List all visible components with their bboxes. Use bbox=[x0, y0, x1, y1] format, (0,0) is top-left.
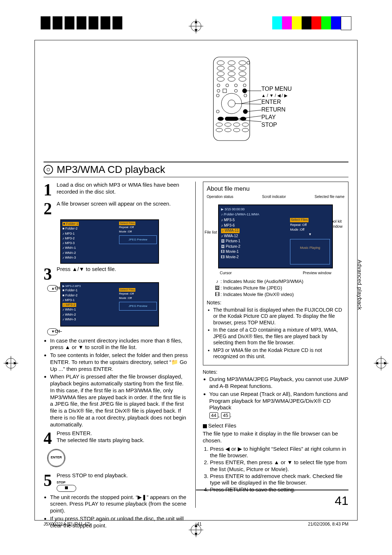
bw-bar bbox=[41, 16, 124, 29]
svg-point-32 bbox=[243, 84, 246, 87]
svg-point-21 bbox=[228, 66, 235, 70]
svg-point-16 bbox=[217, 61, 224, 65]
svg-point-47 bbox=[216, 123, 222, 126]
step-1: 1 Load a disc on which MP3 or WMA files … bbox=[44, 182, 189, 198]
page-ref: 44 bbox=[209, 412, 218, 419]
file-browser-screenshot: ▶ MP3-2.MP3 ■ Folder-1■ Folder-2♪ MP3-1♪… bbox=[60, 282, 159, 327]
file-menu-title: About file menu bbox=[207, 185, 345, 193]
svg-point-50 bbox=[242, 123, 249, 126]
registration-mark-icon bbox=[4, 356, 18, 372]
page-number: 41 bbox=[335, 494, 348, 508]
page-ref: 45 bbox=[221, 412, 230, 419]
remote-label-topmenu: TOP MENU bbox=[261, 85, 292, 93]
svg-point-53 bbox=[233, 128, 240, 132]
svg-point-23 bbox=[217, 72, 224, 76]
enter-button-icon: ENTER bbox=[47, 449, 65, 467]
file-menu-notes: The thumbnail list is displayed when the… bbox=[207, 307, 345, 360]
svg-point-39 bbox=[228, 100, 235, 107]
svg-point-25 bbox=[239, 72, 246, 76]
svg-point-54 bbox=[242, 128, 249, 132]
step-5: 5 Press STOP to end playback. STOP bbox=[44, 472, 189, 491]
svg-point-24 bbox=[228, 72, 235, 76]
svg-point-31 bbox=[234, 84, 237, 87]
step-3: 3 Press ▲/▼ to select file. bbox=[44, 266, 189, 283]
svg-point-48 bbox=[225, 123, 231, 126]
legend-movie: 🎞: Indicates Movie file (DivX® video) bbox=[214, 292, 345, 297]
svg-point-35 bbox=[234, 89, 237, 92]
svg-marker-4 bbox=[195, 29, 197, 32]
step-2: 2 A file browser screen will appear on t… bbox=[44, 200, 189, 217]
remote-label-stop: STOP bbox=[261, 121, 292, 129]
page-footer: J5X00221A [E] (P41-47) 41 21/02/2006, 8:… bbox=[44, 522, 348, 527]
svg-line-57 bbox=[235, 104, 261, 104]
svg-point-28 bbox=[239, 77, 246, 81]
remote-diagram: TOP MENU ▲ / ▼ / ◀ / ▶ ENTER RETURN PLAY… bbox=[211, 56, 338, 147]
svg-point-42 bbox=[216, 110, 219, 113]
legend-music: ♪: Indicates Music file (Audio/MP3/WMA) bbox=[214, 279, 345, 284]
ch-up-button: ▲CH+ bbox=[47, 285, 58, 292]
select-files-steps: Press ◀ or ▶ to highlight “Select Files”… bbox=[210, 446, 349, 493]
svg-point-43 bbox=[243, 109, 248, 114]
svg-rect-15 bbox=[213, 57, 250, 141]
svg-point-29 bbox=[217, 84, 220, 87]
remote-icon bbox=[211, 56, 258, 143]
remote-label-enter: ENTER bbox=[261, 98, 292, 106]
svg-point-33 bbox=[217, 89, 220, 92]
svg-marker-13 bbox=[375, 362, 378, 365]
file-menu-box: About file menu Operation status Scroll … bbox=[203, 182, 349, 365]
remote-label-return: RETURN bbox=[261, 106, 292, 114]
svg-marker-9 bbox=[14, 362, 17, 365]
stop-button-icon bbox=[57, 485, 76, 492]
svg-marker-14 bbox=[384, 362, 387, 365]
file-browser-screenshot: ■ Folder-1■ Folder-2♪ MP3-1♪ MP3-2♪ MP3-… bbox=[60, 219, 159, 264]
step-4: 4 Press ENTER. The selected file starts … bbox=[44, 430, 189, 447]
svg-point-26 bbox=[217, 77, 224, 81]
side-tab: Advanced playback bbox=[357, 260, 363, 310]
section-title: MP3/WMA CD playback bbox=[57, 164, 165, 175]
svg-point-44 bbox=[218, 117, 224, 121]
svg-point-27 bbox=[228, 77, 235, 81]
file-menu-screenshot: ▶ 3/15 00:00:00 ♪ /Folder-1/WMA-11.WMA ♪… bbox=[218, 204, 333, 268]
svg-marker-65 bbox=[195, 533, 197, 536]
right-column: About file menu Operation status Scroll … bbox=[202, 182, 349, 508]
legend-picture: 🖼: Indicates Picture file (JPEG) bbox=[214, 285, 345, 291]
svg-point-18 bbox=[239, 61, 246, 65]
svg-line-56 bbox=[242, 99, 261, 104]
svg-point-17 bbox=[228, 61, 235, 65]
svg-point-30 bbox=[226, 84, 229, 87]
outer-notes: During MP3/WMA/JPEG Playback, you cannot… bbox=[203, 376, 349, 411]
svg-point-41 bbox=[244, 94, 247, 97]
step-3-notes: In case the current directory includes m… bbox=[44, 337, 189, 428]
svg-marker-3 bbox=[195, 20, 197, 23]
section-heading: MP3/WMA CD playback bbox=[44, 162, 348, 175]
svg-marker-8 bbox=[5, 362, 8, 365]
registration-mark-icon bbox=[374, 356, 388, 372]
svg-point-19 bbox=[247, 61, 250, 64]
manual-page: TOP MENU ▲ / ▼ / ◀ / ▶ ENTER RETURN PLAY… bbox=[0, 0, 392, 555]
disc-icon bbox=[44, 165, 53, 174]
svg-point-52 bbox=[225, 128, 231, 132]
remote-label-play: PLAY bbox=[261, 114, 292, 121]
svg-point-51 bbox=[216, 128, 222, 132]
svg-point-49 bbox=[233, 123, 240, 126]
svg-point-37 bbox=[242, 89, 247, 93]
select-files-section: Select Files The file type to make it di… bbox=[203, 422, 349, 493]
svg-point-40 bbox=[216, 94, 219, 97]
registration-mark-icon bbox=[189, 19, 203, 33]
svg-rect-34 bbox=[223, 89, 226, 93]
remote-label-arrows: ▲ / ▼ / ◀ / ▶ bbox=[261, 93, 292, 99]
color-bar bbox=[272, 16, 351, 29]
svg-point-22 bbox=[239, 66, 246, 70]
ch-down-button: ▼CH– bbox=[47, 328, 58, 335]
left-column: 1 Load a disc on which MP3 or WMA files … bbox=[44, 182, 196, 508]
svg-point-20 bbox=[217, 66, 224, 70]
